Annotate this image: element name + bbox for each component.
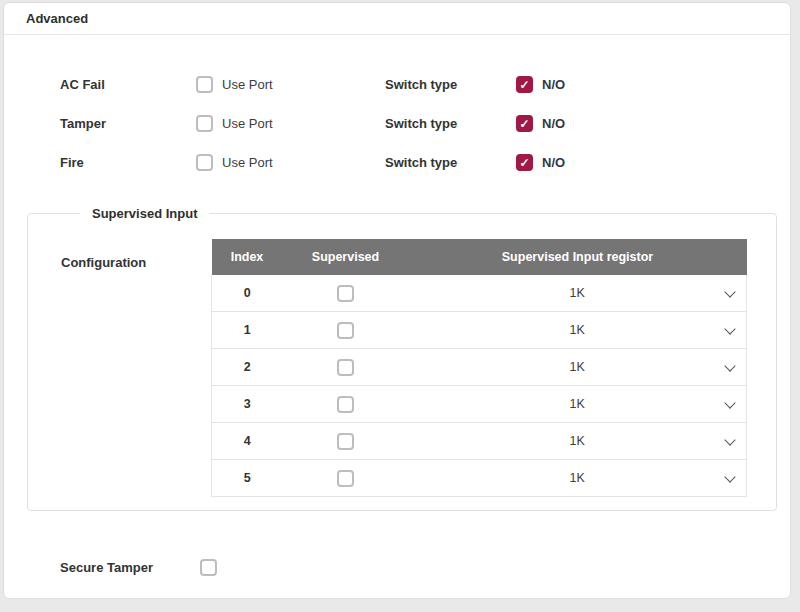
panel-title: Advanced	[26, 11, 88, 26]
use-port-cell: Use Port	[196, 154, 385, 171]
advanced-panel: Advanced AC Fail Use Port Switch type N/…	[3, 2, 791, 599]
table-row: 2 1K	[212, 349, 747, 386]
supervised-checkbox[interactable]	[337, 285, 354, 302]
chevron-down-icon	[724, 323, 735, 334]
registor-select[interactable]: 1K	[409, 423, 747, 459]
header-registor: Supervised Input registor	[409, 239, 747, 275]
switch-cell: N/O	[516, 115, 565, 132]
chevron-down-icon	[724, 434, 735, 445]
secure-tamper-checkbox[interactable]	[200, 559, 217, 576]
fire-label: Fire	[60, 155, 196, 170]
index-cell: 4	[212, 423, 283, 460]
registor-value: 1K	[570, 397, 585, 411]
chevron-down-icon	[724, 397, 735, 408]
supervised-checkbox[interactable]	[337, 322, 354, 339]
supervised-checkbox[interactable]	[337, 433, 354, 450]
header-index: Index	[212, 239, 283, 275]
use-port-label: Use Port	[222, 155, 273, 170]
tamper-label: Tamper	[60, 116, 196, 131]
registor-select[interactable]: 1K	[409, 312, 747, 348]
switch-no-checkbox[interactable]	[516, 76, 533, 93]
table-row: 0 1K	[212, 275, 747, 312]
registor-select[interactable]: 1K	[409, 460, 747, 496]
switch-no-checkbox[interactable]	[516, 115, 533, 132]
supervised-table-wrap: Index Supervised Supervised Input regist…	[211, 239, 747, 497]
registor-select[interactable]: 1K	[409, 275, 747, 311]
use-port-cell: Use Port	[196, 76, 385, 93]
chevron-down-icon	[724, 286, 735, 297]
use-port-label: Use Port	[222, 77, 273, 92]
registor-select[interactable]: 1K	[409, 386, 747, 422]
switch-cell: N/O	[516, 76, 565, 93]
use-port-label: Use Port	[222, 116, 273, 131]
use-port-checkbox[interactable]	[196, 76, 213, 93]
switch-no-checkbox[interactable]	[516, 154, 533, 171]
port-row-fire: Fire Use Port Switch type N/O	[4, 143, 790, 182]
index-cell: 2	[212, 349, 283, 386]
supervised-input-legend: Supervised Input	[80, 206, 209, 221]
ac-fail-label: AC Fail	[60, 77, 196, 92]
switch-cell: N/O	[516, 154, 565, 171]
index-cell: 1	[212, 312, 283, 349]
configuration-label: Configuration	[28, 239, 211, 497]
registor-value: 1K	[570, 434, 585, 448]
use-port-checkbox[interactable]	[196, 154, 213, 171]
table-row: 1 1K	[212, 312, 747, 349]
supervised-table: Index Supervised Supervised Input regist…	[211, 239, 747, 497]
port-row-ac-fail: AC Fail Use Port Switch type N/O	[4, 65, 790, 104]
registor-value: 1K	[570, 360, 585, 374]
chevron-down-icon	[724, 360, 735, 371]
table-header-row: Index Supervised Supervised Input regist…	[212, 239, 747, 275]
panel-header: Advanced	[4, 3, 790, 35]
use-port-cell: Use Port	[196, 115, 385, 132]
secure-tamper-row: Secure Tamper	[4, 548, 790, 587]
configuration-row: Configuration Index Supervised Supervise…	[28, 239, 776, 497]
switch-value-label: N/O	[542, 116, 565, 131]
switch-type-label: Switch type	[385, 77, 516, 92]
index-cell: 5	[212, 460, 283, 497]
registor-value: 1K	[570, 323, 585, 337]
index-cell: 0	[212, 275, 283, 312]
switch-type-label: Switch type	[385, 155, 516, 170]
switch-value-label: N/O	[542, 155, 565, 170]
table-row: 4 1K	[212, 423, 747, 460]
registor-value: 1K	[570, 471, 585, 485]
header-supervised: Supervised	[283, 239, 409, 275]
secure-tamper-label: Secure Tamper	[60, 560, 200, 575]
registor-select[interactable]: 1K	[409, 349, 747, 385]
supervised-input-fieldset: Supervised Input Configuration Index Sup…	[27, 206, 777, 511]
supervised-checkbox[interactable]	[337, 470, 354, 487]
table-row: 5 1K	[212, 460, 747, 497]
registor-value: 1K	[570, 286, 585, 300]
index-cell: 3	[212, 386, 283, 423]
port-row-tamper: Tamper Use Port Switch type N/O	[4, 104, 790, 143]
panel-content: AC Fail Use Port Switch type N/O Tamper …	[4, 35, 790, 587]
supervised-checkbox[interactable]	[337, 359, 354, 376]
switch-type-label: Switch type	[385, 116, 516, 131]
use-port-checkbox[interactable]	[196, 115, 213, 132]
switch-value-label: N/O	[542, 77, 565, 92]
chevron-down-icon	[724, 471, 735, 482]
table-row: 3 1K	[212, 386, 747, 423]
supervised-checkbox[interactable]	[337, 396, 354, 413]
